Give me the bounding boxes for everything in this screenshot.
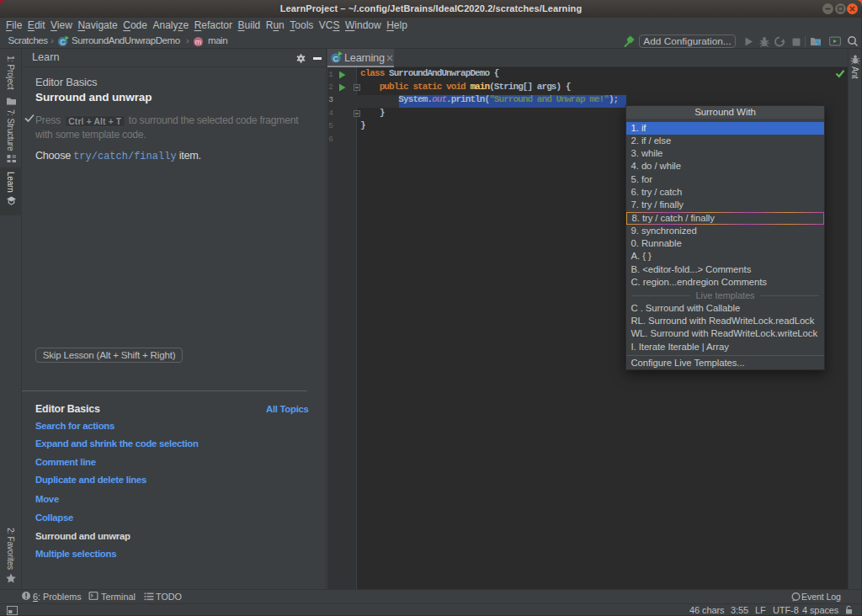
svg-text:C: C: [60, 38, 66, 46]
svg-text:C: C: [333, 54, 339, 63]
svg-text:m: m: [195, 38, 202, 46]
